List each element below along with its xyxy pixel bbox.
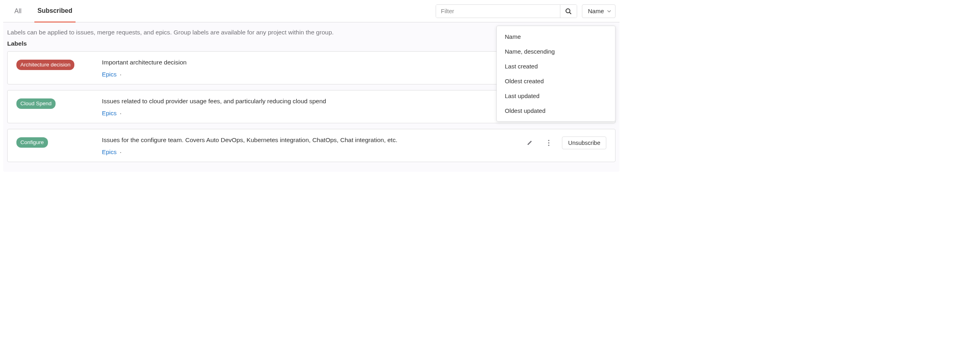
filter-wrap: Name: [436, 1, 615, 21]
label-pill[interactable]: Architecture decision: [16, 60, 74, 70]
search-button[interactable]: [560, 5, 577, 18]
label-meta: Epics ·: [102, 148, 524, 155]
top-bar: All Subscribed Name Name Name, desc: [3, 0, 619, 22]
svg-point-4: [548, 144, 550, 146]
epics-link[interactable]: Epics: [102, 110, 117, 116]
chevron-down-icon: [607, 10, 611, 12]
more-actions-button[interactable]: [543, 137, 555, 149]
tab-all[interactable]: All: [11, 0, 25, 22]
separator: ·: [118, 110, 122, 116]
label-actions: Unsubscribe: [524, 136, 606, 149]
sort-option[interactable]: Oldest updated: [497, 103, 615, 118]
sort-option[interactable]: Last created: [497, 59, 615, 74]
label-pill-area: Configure: [16, 136, 102, 148]
svg-point-3: [548, 142, 550, 143]
filter-group: [436, 4, 577, 18]
label-pill[interactable]: Configure: [16, 137, 48, 148]
edit-button[interactable]: [524, 137, 536, 149]
tab-subscribed[interactable]: Subscribed: [34, 0, 76, 22]
label-description: Issues for the configure team. Covers Au…: [102, 136, 524, 144]
sort-option[interactable]: Last updated: [497, 88, 615, 103]
tabs: All Subscribed: [7, 0, 76, 22]
filter-input[interactable]: [436, 5, 560, 18]
sort-dropdown-menu: Name Name, descending Last created Oldes…: [496, 26, 615, 122]
label-pill-area: Cloud Spend: [16, 98, 102, 109]
sort-option[interactable]: Oldest created: [497, 74, 615, 88]
label-card: ConfigureIssues for the configure team. …: [7, 129, 615, 162]
separator: ·: [118, 71, 122, 78]
svg-line-1: [570, 12, 571, 14]
sort-selected-label: Name: [588, 8, 604, 14]
svg-point-0: [566, 9, 570, 13]
separator: ·: [118, 148, 122, 155]
pencil-icon: [526, 140, 533, 146]
epics-link[interactable]: Epics: [102, 148, 117, 155]
svg-point-2: [548, 140, 550, 141]
label-body: Issues for the configure team. Covers Au…: [102, 136, 524, 155]
sort-dropdown-button[interactable]: Name: [582, 4, 615, 18]
sort-option[interactable]: Name, descending: [497, 44, 615, 59]
kebab-icon: [548, 140, 550, 146]
unsubscribe-button[interactable]: Unsubscribe: [562, 136, 606, 149]
search-icon: [565, 8, 572, 14]
sort-option[interactable]: Name: [497, 29, 615, 44]
label-pill[interactable]: Cloud Spend: [16, 98, 56, 109]
label-pill-area: Architecture decision: [16, 59, 102, 70]
epics-link[interactable]: Epics: [102, 71, 117, 78]
